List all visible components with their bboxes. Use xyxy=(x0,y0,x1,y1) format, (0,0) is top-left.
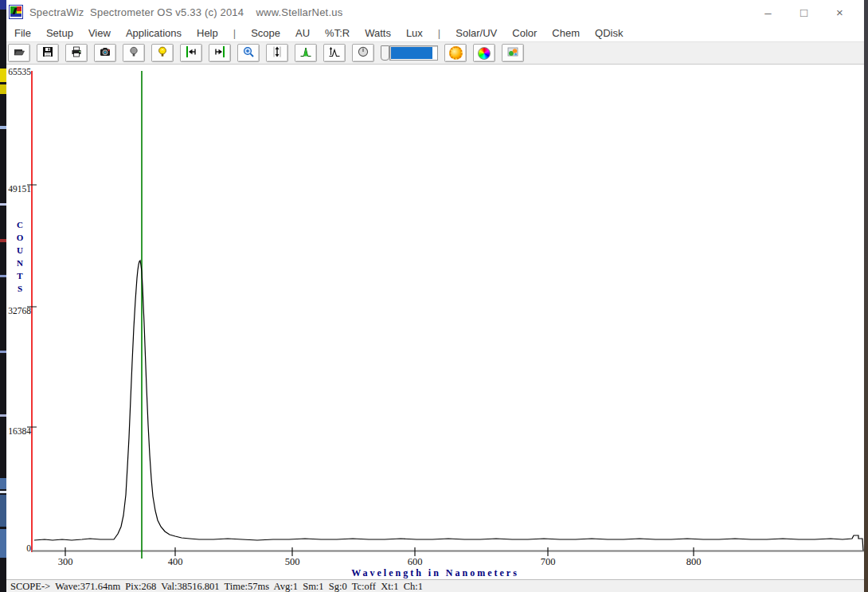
x-tick-label: 600 xyxy=(391,556,439,568)
integration-time-button[interactable] xyxy=(352,44,374,62)
x-axis-title: Wavelength in Nanometers xyxy=(6,567,864,579)
menu-item-qdisk[interactable]: QDisk xyxy=(595,27,623,39)
menu-separator: | xyxy=(438,27,440,39)
close-button[interactable]: × xyxy=(822,6,858,19)
menu-item-chem[interactable]: Chem xyxy=(552,27,580,39)
scale-to-peak-icon xyxy=(328,45,341,61)
menu-item-setup[interactable]: Setup xyxy=(46,27,73,39)
menu-item-help[interactable]: Help xyxy=(197,27,218,39)
maximize-button[interactable]: □ xyxy=(786,6,822,19)
y-tick-label: 49151 xyxy=(6,184,31,194)
spectrum-view-button[interactable] xyxy=(295,44,317,62)
clock-dial-icon xyxy=(357,45,369,61)
app-icon xyxy=(9,5,23,19)
menu-item-scope[interactable]: Scope xyxy=(251,27,280,39)
x-tick-label: 700 xyxy=(524,556,572,568)
spectrum-trace xyxy=(34,261,863,551)
menu-separator: | xyxy=(233,27,236,39)
desktop-edge-right xyxy=(864,0,868,592)
menu-item-solar-uv[interactable]: Solar/UV xyxy=(456,27,497,39)
print-button[interactable] xyxy=(65,44,88,62)
autoscale-vertical-icon xyxy=(271,45,283,61)
zoom-button[interactable] xyxy=(237,44,260,62)
save-button[interactable] xyxy=(37,44,59,62)
lamp-off-button[interactable] xyxy=(123,44,145,62)
y-tick-label: 0 xyxy=(6,543,31,553)
title-bar: SpectraWiz Spectrometer OS v5.33 (c) 201… xyxy=(6,0,864,24)
snapshot-button[interactable] xyxy=(94,44,116,62)
menu-bar: FileSetupViewApplicationsHelp|ScopeAU%T:… xyxy=(6,24,864,42)
y-tick-label: 32768 xyxy=(6,306,31,316)
cursor-step-left-icon xyxy=(185,45,197,61)
y-axis-title: COUNTS xyxy=(14,218,26,295)
cursor-step-right-button[interactable] xyxy=(209,44,231,62)
menu-item-color[interactable]: Color xyxy=(512,27,537,39)
menu-item-file[interactable]: File xyxy=(14,27,31,39)
plot-area[interactable]: 655354915132768163840 COUNTS 30040050060… xyxy=(6,65,864,579)
open-folder-icon xyxy=(13,45,25,61)
x-tick-label: 500 xyxy=(268,556,316,568)
minimize-button[interactable]: – xyxy=(750,6,786,19)
x-tick-label: 400 xyxy=(151,556,199,568)
menu-item-lux[interactable]: Lux xyxy=(406,27,423,39)
printer-icon xyxy=(70,45,83,61)
window-controls: – □ × xyxy=(750,0,858,24)
spectrum-peak-icon xyxy=(299,45,312,61)
slider-track[interactable] xyxy=(389,45,438,61)
y-tick-label: 65535 xyxy=(6,67,31,76)
color-wheel-icon xyxy=(478,47,491,60)
y-tick-label: 16384 xyxy=(6,426,31,436)
scale-to-peak-button[interactable] xyxy=(323,44,346,62)
toolbar xyxy=(6,42,864,65)
camera-icon xyxy=(99,45,111,61)
slider-fill xyxy=(391,47,432,59)
menu-item-watts[interactable]: Watts xyxy=(365,27,391,39)
color-wheel-button[interactable] xyxy=(473,44,495,62)
screen: SpectraWiz Spectrometer OS v5.33 (c) 201… xyxy=(0,0,868,592)
spectrum-plot[interactable] xyxy=(6,65,864,579)
menu-item--t-r[interactable]: %T:R xyxy=(325,27,350,39)
x-tick-label: 800 xyxy=(670,556,717,568)
lamp-off-bulb-icon xyxy=(127,45,140,61)
color-sample-button[interactable] xyxy=(502,44,524,62)
lamp-on-bulb-icon xyxy=(156,45,169,61)
integration-slider[interactable] xyxy=(381,45,438,61)
menu-item-view[interactable]: View xyxy=(88,27,111,39)
menu-item-au[interactable]: AU xyxy=(295,27,310,39)
sun-button[interactable] xyxy=(444,44,467,62)
zoom-in-icon xyxy=(242,45,255,61)
save-floppy-icon xyxy=(41,45,54,61)
color-sample-icon xyxy=(506,45,519,61)
status-bar: SCOPE-> Wave:371.64nm Pix:268 Val:38516.… xyxy=(6,579,864,592)
lamp-on-button[interactable] xyxy=(151,44,174,62)
slider-thumb-icon[interactable] xyxy=(381,45,389,61)
desktop-edge-left xyxy=(0,0,6,592)
open-file-button[interactable] xyxy=(8,44,30,62)
cursor-step-right-icon xyxy=(213,45,226,61)
window-title: SpectraWiz Spectrometer OS v5.33 (c) 201… xyxy=(29,6,342,18)
menu-item-applications[interactable]: Applications xyxy=(126,27,182,39)
status-text: SCOPE-> Wave:371.64nm Pix:268 Val:38516.… xyxy=(6,581,423,592)
sun-icon xyxy=(449,46,463,60)
x-tick-label: 300 xyxy=(41,556,89,568)
autoscale-y-button[interactable] xyxy=(266,44,288,62)
spectrawiz-window: SpectraWiz Spectrometer OS v5.33 (c) 201… xyxy=(6,0,864,592)
cursor-step-left-button[interactable] xyxy=(180,44,202,62)
